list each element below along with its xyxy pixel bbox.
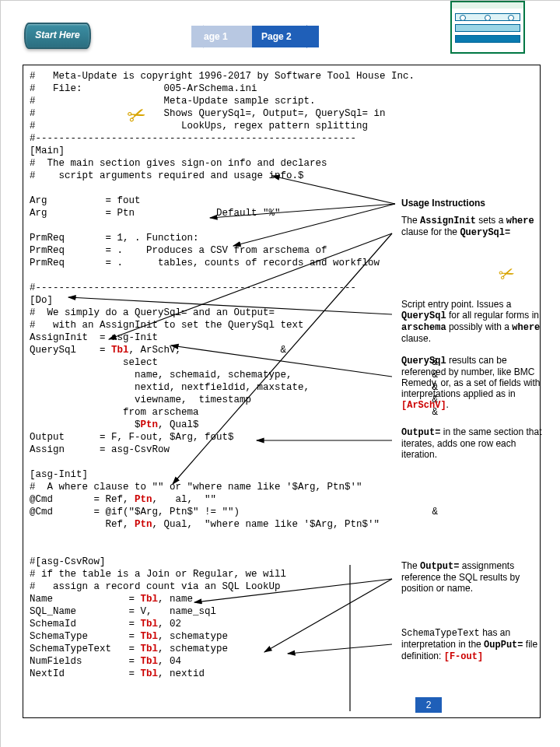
annotation-usage: Usage Instructions (401, 198, 554, 209)
pager: Page 1 Page 2 (191, 26, 308, 57)
page: Start Here Page 1 Page 2 # Meta-Update i… (0, 0, 560, 747)
document-sheet: # Meta-Update is copyright 1996-2017 by … (23, 65, 541, 718)
page-next-arrow[interactable]: Page 2 (252, 26, 319, 47)
annotation-output-assign: The Output= assignments reference the SQ… (401, 560, 554, 594)
recorder-icon (450, 7, 525, 54)
annotation-entrypoint: Script entry point. Issues a QuerySql fo… (401, 299, 554, 344)
start-here-button[interactable]: Start Here (24, 23, 91, 49)
page-prev-arrow[interactable]: Page 1 (191, 26, 257, 47)
annotation-qsql-results: QuerySql results can be referenced by nu… (401, 355, 554, 411)
annotation-output: Output= in the same section that iterate… (401, 426, 554, 460)
annotation-schematypetext: SchemaTypeText has an interpretation in … (401, 627, 554, 662)
page-number-badge: 2 (415, 697, 442, 713)
page-next-label: Page 2 (252, 31, 292, 42)
page-prev-label: Page 1 (191, 31, 228, 42)
annotation-assigninit: The AssignInit sets a where clause for t… (401, 215, 554, 238)
